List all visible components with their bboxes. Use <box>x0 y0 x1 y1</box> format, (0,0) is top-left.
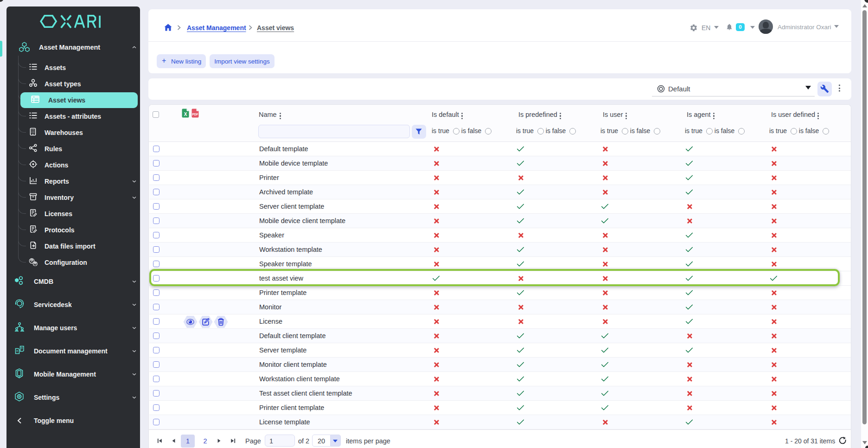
svg-text:PDF: PDF <box>192 113 198 116</box>
svg-text:X: X <box>184 112 187 117</box>
